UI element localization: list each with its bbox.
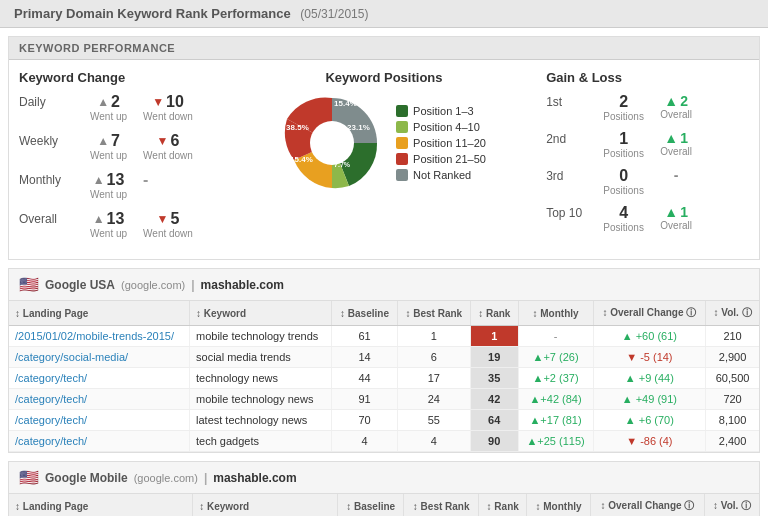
col-vol[interactable]: ↕ Vol. ⓘ <box>705 494 759 516</box>
legend-pos4-10: Position 4–10 <box>396 121 486 133</box>
cell-monthly: ▲+25 (115) <box>518 431 593 452</box>
arrow-up-icon: ▲ <box>664 204 678 220</box>
kw-stat-weekly-down: ▼ 6 Went down <box>143 132 193 161</box>
table-row: /category/tech/ technology news 44 17 35… <box>9 368 759 389</box>
table-row: /category/tech/ tech gadgets 4 4 90 ▲+25… <box>9 431 759 452</box>
google-mobile-table: ↕ Landing Page ↕ Keyword ↕ Baseline ↕ Be… <box>9 494 759 516</box>
col-landing-page[interactable]: ↕ Landing Page <box>9 301 190 326</box>
cell-baseline: 70 <box>332 410 397 431</box>
chart-legend: Position 1–3 Position 4–10 Position 11–2… <box>396 105 486 181</box>
cell-landing[interactable]: /category/tech/ <box>9 368 190 389</box>
gl-label-3rd: 3rd <box>546 167 591 183</box>
legend-dot-pos11-20 <box>396 137 408 149</box>
cell-landing[interactable]: /category/tech/ <box>9 410 190 431</box>
col-overall-change[interactable]: ↕ Overall Change ⓘ <box>593 301 706 326</box>
legend-pos21-50: Position 21–50 <box>396 153 486 165</box>
cell-vol: 60,500 <box>706 368 759 389</box>
col-rank[interactable]: ↕ Rank <box>478 494 526 516</box>
arrow-up-icon: ▲ <box>93 212 105 226</box>
cell-rank: 42 <box>470 389 518 410</box>
cell-keyword: tech gadgets <box>190 431 332 452</box>
col-keyword[interactable]: ↕ Keyword <box>193 494 338 516</box>
col-vol[interactable]: ↕ Vol. ⓘ <box>706 301 759 326</box>
kw-stat-daily-down: ▼ 10 Went down <box>143 93 193 122</box>
google-usa-domain: (google.com) <box>121 279 185 291</box>
gl-stat-2nd-pos: 1 Positions <box>601 130 646 159</box>
pie-svg <box>282 93 382 193</box>
cell-rank: 64 <box>470 410 518 431</box>
legend-label-pos11-20: Position 11–20 <box>413 137 486 149</box>
chart-area: 15.4% 23.1% 7.7% 15.4% 38.5% Position 1–… <box>282 93 486 193</box>
cell-rank: 35 <box>470 368 518 389</box>
google-usa-target: mashable.com <box>201 278 284 292</box>
gl-row-2nd: 2nd 1 Positions ▲ 1 Overall <box>546 130 749 159</box>
cell-keyword: mobile technology news <box>190 389 332 410</box>
cell-baseline: 91 <box>332 389 397 410</box>
cell-overall: ▼ -86 (4) <box>593 431 706 452</box>
keyword-positions-panel: Keyword Positions <box>232 70 536 249</box>
cell-keyword: social media trends <box>190 347 332 368</box>
legend-dot-pos1-3 <box>396 105 408 117</box>
gl-label-1st: 1st <box>546 93 591 109</box>
kw-stat-overall-down: ▼ 5 Went down <box>143 210 193 239</box>
col-monthly[interactable]: ↕ Monthly <box>527 494 590 516</box>
gl-stat-top10-overall: ▲ 1 Overall <box>656 204 696 231</box>
cell-vol: 210 <box>706 326 759 347</box>
arrow-up-icon: ▲ <box>93 173 105 187</box>
cell-keyword: latest technology news <box>190 410 332 431</box>
google-usa-section: 🇺🇸 Google USA (google.com) | mashable.co… <box>8 268 760 453</box>
col-best-rank[interactable]: ↕ Best Rank <box>404 494 479 516</box>
cell-best-rank: 1 <box>397 326 470 347</box>
table-header-row: ↕ Landing Page ↕ Keyword ↕ Baseline ↕ Be… <box>9 494 759 516</box>
gain-loss-panel: Gain & Loss 1st 2 Positions ▲ 2 Overall <box>546 70 749 249</box>
legend-label-pos21-50: Position 21–50 <box>413 153 486 165</box>
arrow-up-icon: ▲ <box>97 134 109 148</box>
separator: | <box>204 471 207 485</box>
google-usa-header: 🇺🇸 Google USA (google.com) | mashable.co… <box>9 269 759 301</box>
table-row: /category/tech/ latest technology news 7… <box>9 410 759 431</box>
page-header: Primary Domain Keyword Rank Performance … <box>0 0 768 28</box>
cell-landing[interactable]: /2015/01/02/mobile-trends-2015/ <box>9 326 190 347</box>
arrow-up-icon: ▲ <box>664 130 678 146</box>
cell-overall: ▲ +6 (70) <box>593 410 706 431</box>
cell-landing[interactable]: /category/tech/ <box>9 431 190 452</box>
col-baseline[interactable]: ↕ Baseline <box>332 301 397 326</box>
col-landing-page[interactable]: ↕ Landing Page <box>9 494 193 516</box>
google-usa-table: ↕ Landing Page ↕ Keyword ↕ Baseline ↕ Be… <box>9 301 759 452</box>
cell-monthly: ▲+7 (26) <box>518 347 593 368</box>
table-row: /category/tech/ mobile technology news 9… <box>9 389 759 410</box>
arrow-down-icon: ▼ <box>152 95 164 109</box>
kw-row-daily: Daily ▲ 2 Went up ▼ 10 Went down <box>19 93 222 122</box>
usa-flag-icon: 🇺🇸 <box>19 275 39 294</box>
table-row: /2015/01/02/mobile-trends-2015/ mobile t… <box>9 326 759 347</box>
kw-stat-overall-up: ▲ 13 Went up <box>90 210 127 239</box>
cell-overall: ▲ +60 (61) <box>593 326 706 347</box>
gain-loss-title: Gain & Loss <box>546 70 749 85</box>
cell-keyword: mobile technology trends <box>190 326 332 347</box>
pie-chart: 15.4% 23.1% 7.7% 15.4% 38.5% <box>282 93 382 193</box>
cell-overall: ▼ -5 (14) <box>593 347 706 368</box>
cell-landing[interactable]: /category/social-media/ <box>9 347 190 368</box>
google-usa-engine-label: Google USA <box>45 278 115 292</box>
cell-vol: 720 <box>706 389 759 410</box>
col-overall-change[interactable]: ↕ Overall Change ⓘ <box>590 494 705 516</box>
cell-baseline: 4 <box>332 431 397 452</box>
col-best-rank[interactable]: ↕ Best Rank <box>397 301 470 326</box>
gl-row-3rd: 3rd 0 Positions - <box>546 167 749 196</box>
legend-pos11-20: Position 11–20 <box>396 137 486 149</box>
google-mobile-section: 🇺🇸 Google Mobile (google.com) | mashable… <box>8 461 760 516</box>
cell-rank: 1 <box>470 326 518 347</box>
col-keyword[interactable]: ↕ Keyword <box>190 301 332 326</box>
cell-best-rank: 17 <box>397 368 470 389</box>
cell-landing[interactable]: /category/tech/ <box>9 389 190 410</box>
col-monthly[interactable]: ↕ Monthly <box>518 301 593 326</box>
col-rank[interactable]: ↕ Rank <box>470 301 518 326</box>
kw-stat-monthly-up: ▲ 13 Went up <box>90 171 127 200</box>
kw-label-overall: Overall <box>19 210 74 226</box>
kw-num-daily-down: ▼ 10 <box>152 93 184 111</box>
gl-row-1st: 1st 2 Positions ▲ 2 Overall <box>546 93 749 122</box>
col-baseline[interactable]: ↕ Baseline <box>338 494 404 516</box>
google-mobile-domain: (google.com) <box>134 472 198 484</box>
separator: | <box>191 278 194 292</box>
kw-num-daily-up: ▲ 2 <box>97 93 120 111</box>
